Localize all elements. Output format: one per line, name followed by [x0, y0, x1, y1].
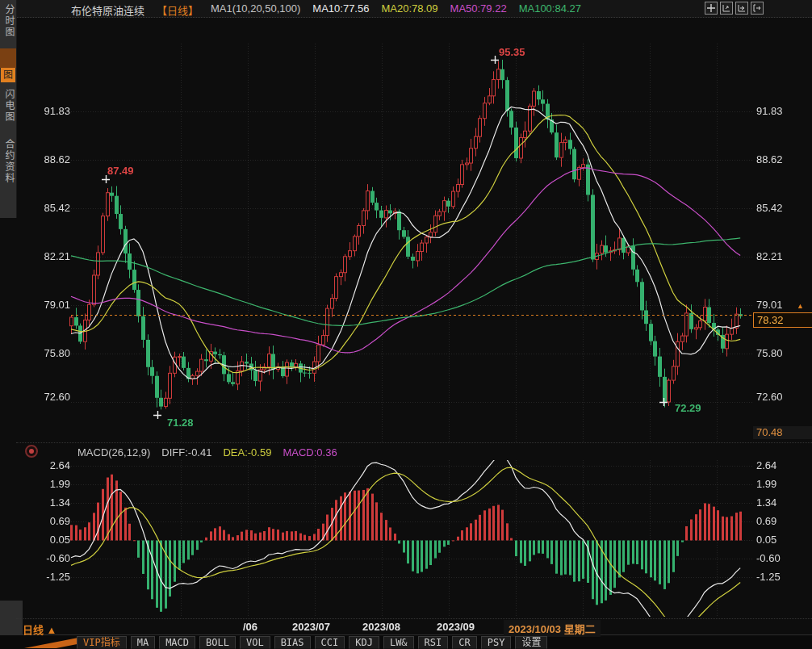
price-tick: 72.60: [22, 391, 70, 403]
macd-hist-value: MACD:0.36: [283, 446, 337, 458]
tab-kdj[interactable]: KDJ: [349, 636, 379, 649]
macd-params-label[interactable]: MACD(26,12,9): [77, 446, 150, 458]
macd-tick: 0.05: [756, 534, 776, 546]
tab-cci[interactable]: CCI: [315, 636, 345, 649]
axis-divider: [16, 618, 812, 619]
price-tick: 88.62: [22, 153, 70, 165]
tab-settings[interactable]: 设置: [515, 636, 547, 649]
instrument-title: 布伦特原油连续: [71, 2, 144, 18]
tab-bias[interactable]: BIAS: [274, 636, 311, 649]
price-tick: 91.83: [22, 105, 70, 117]
x-label-june: /06: [243, 621, 257, 633]
ma50-value: MA50:79.22: [450, 2, 507, 18]
tab-boll[interactable]: BOLL: [199, 636, 236, 649]
ma20-value: MA20:78.09: [381, 2, 437, 18]
pan-right-icon[interactable]: [751, 2, 764, 15]
macd-dea-value: DEA:-0.59: [223, 446, 271, 458]
macd-tick: 0.69: [756, 515, 776, 527]
macd-tick: 2.64: [22, 459, 70, 471]
tab-psy[interactable]: PSY: [481, 636, 512, 649]
ma-settings-label[interactable]: MA1(10,20,50,100): [211, 2, 300, 18]
tab-lw[interactable]: LW&: [383, 636, 414, 649]
price-tick: 72.60: [756, 391, 783, 403]
macd-tick: -0.60: [756, 552, 781, 564]
period-selector[interactable]: 日线 ▲: [23, 622, 57, 637]
trading-app-window: 布伦特原油连续 【日线】 MA1(10,20,50,100) MA10:77.5…: [0, 0, 812, 649]
price-up-arrow-icon: ▲: [797, 302, 804, 310]
x-label-august: 2023/08: [362, 621, 400, 633]
x-label-september: 2023/09: [437, 621, 475, 633]
current-date-label: 2023/10/03 星期二: [504, 620, 601, 637]
last-price-badge: 78.32: [753, 312, 812, 328]
tab-cr[interactable]: CR: [452, 636, 476, 649]
low-right-label: 72.29: [675, 402, 701, 414]
sidebar-item-contract-info[interactable]: 合约资料: [0, 139, 16, 184]
price-tick: 75.80: [22, 347, 70, 359]
ma10-value: MA10:77.56: [312, 2, 369, 18]
left-sidebar: 分时图 图 闪电图 合约资料: [0, 0, 17, 218]
price-tick: 75.80: [756, 347, 783, 359]
macd-diff-value: DIFF:-0.41: [161, 446, 211, 458]
price-tick: 91.83: [756, 105, 783, 117]
macd-tick: -1.25: [756, 571, 781, 583]
macd-tick: 1.34: [22, 496, 70, 509]
sidebar-item-flash-chart[interactable]: 闪电图: [0, 89, 16, 123]
tab-ma[interactable]: MA: [131, 636, 155, 649]
tab-vol[interactable]: VOL: [240, 636, 270, 649]
macd-tick: -1.25: [22, 571, 70, 583]
sidebar-item-time-chart[interactable]: 分时图: [0, 4, 16, 38]
crosshair-tool-icon[interactable]: [705, 2, 718, 15]
price-tick: 82.21: [22, 250, 70, 262]
panel-low-badge: 70.48: [753, 426, 812, 439]
zoom-axis-right-icon[interactable]: [735, 2, 748, 15]
tab-rsi[interactable]: RSI: [418, 636, 449, 649]
sidebar-item-kline-chart[interactable]: 图: [1, 68, 15, 82]
macd-tick: 1.34: [756, 496, 776, 509]
price-tick: 85.42: [756, 202, 783, 214]
sidebar-active-highlight: [0, 48, 16, 68]
price-tick: 82.21: [756, 250, 783, 262]
period-tag[interactable]: 【日线】: [157, 2, 199, 18]
macd-tick: 1.99: [756, 478, 776, 490]
x-label-july: 2023/07: [292, 621, 330, 633]
price-tick: 85.42: [22, 202, 70, 214]
period-high-label: 95.35: [499, 46, 525, 58]
chart-canvas[interactable]: [0, 0, 812, 649]
macd-tick: 1.99: [22, 478, 70, 490]
tab-macd[interactable]: MACD: [159, 636, 195, 649]
zoom-axis-up-icon[interactable]: [720, 2, 733, 15]
macd-tick: 2.64: [756, 459, 776, 471]
price-tick: 88.62: [756, 153, 783, 165]
macd-tick: 0.05: [22, 534, 70, 546]
macd-tick: -0.60: [22, 552, 70, 564]
low-left-label: 71.28: [167, 417, 194, 429]
ma100-value: MA100:84.27: [519, 2, 581, 18]
tab-vip-indicators[interactable]: VIP指标: [77, 636, 127, 649]
macd-tick: 0.69: [22, 515, 70, 527]
indicator-target-icon[interactable]: [25, 445, 38, 458]
price-tick: 79.01: [756, 299, 783, 311]
panel-divider[interactable]: [16, 442, 812, 443]
price-tick: 79.01: [22, 299, 70, 311]
local-high-label: 87.49: [107, 165, 134, 177]
